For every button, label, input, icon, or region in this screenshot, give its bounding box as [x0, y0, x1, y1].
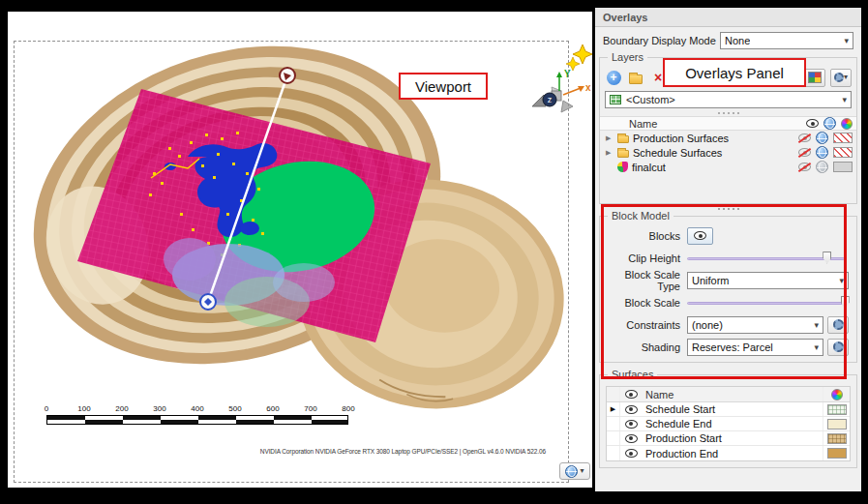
block-scale-type-value: Uniform	[692, 275, 730, 286]
layer-color-swatch[interactable]	[833, 147, 853, 158]
globe-icon	[565, 465, 578, 478]
block-scale-type-label: Block Scale Type	[604, 269, 687, 292]
color-column-icon[interactable]	[831, 389, 843, 400]
layer-options-button[interactable]: ▾	[830, 69, 852, 87]
surfaces-table-header: Name	[607, 387, 850, 402]
clip-height-slider[interactable]	[687, 252, 849, 265]
chevron-down-icon: ▾	[840, 36, 849, 45]
overlays-panel: Overlays Boundary Display Mode None ▾ La…	[595, 8, 861, 491]
constraints-value: (none)	[692, 319, 723, 331]
scale-tick: 600	[266, 404, 279, 413]
folder-icon	[629, 74, 643, 84]
chevron-down-icon: ▾	[810, 320, 819, 330]
surfaces-table: Name ▶ Schedule Start Schedule End	[606, 386, 851, 461]
surface-color-swatch[interactable]	[827, 433, 847, 444]
viewport-globe-button[interactable]: ▾	[559, 462, 590, 480]
block-scale-type-select[interactable]: Uniform ▾	[687, 272, 849, 289]
layer-row-finalcut[interactable]: finalcut	[600, 160, 856, 174]
visibility-off-icon[interactable]	[798, 163, 811, 171]
scale-tick: 0	[45, 404, 48, 413]
add-icon: +	[607, 71, 621, 85]
layer-preset-value: <Custom>	[626, 94, 675, 105]
gear-icon	[833, 341, 844, 352]
surface-name: Production Start	[642, 432, 823, 444]
constraints-select[interactable]: (none) ▾	[687, 316, 823, 334]
web-icon[interactable]	[816, 132, 828, 144]
eye-icon[interactable]	[625, 405, 638, 414]
surface-color-swatch[interactable]	[827, 448, 847, 459]
folder-icon	[617, 135, 629, 143]
web-icon[interactable]	[816, 161, 828, 173]
gear-icon	[833, 319, 844, 330]
layer-color-swatch[interactable]	[833, 133, 853, 143]
surface-row-schedule-start[interactable]: ▶ Schedule Start	[607, 402, 850, 417]
layer-tree-header: Name	[600, 116, 856, 131]
web-icon[interactable]	[816, 146, 828, 159]
shading-settings-button[interactable]	[827, 339, 849, 356]
surface-row-production-start[interactable]: Production Start	[607, 431, 850, 446]
scale-tick: 300	[153, 404, 165, 413]
layer-row-production-surfaces[interactable]: ▶ Production Surfaces	[600, 131, 856, 145]
shading-value: Reserves: Parcel	[692, 341, 773, 353]
surfaces-group: Surfaces Name ▶ Schedule Start	[599, 374, 857, 468]
visibility-column-icon[interactable]	[625, 390, 638, 399]
visibility-column-icon[interactable]	[806, 119, 819, 128]
name-column-header: Name	[606, 118, 657, 130]
table-icon	[610, 95, 621, 104]
chevron-down-icon: ▾	[810, 342, 819, 352]
visibility-off-icon[interactable]	[798, 133, 811, 142]
scale-tick: 400	[191, 404, 203, 413]
block-model-group: Block Model Blocks Clip Height Block Sca…	[599, 216, 857, 363]
layer-label: Production Surfaces	[633, 133, 729, 144]
surface-row-schedule-end[interactable]: Schedule End	[607, 417, 850, 431]
block-scale-slider-thumb[interactable]	[841, 296, 850, 309]
surface-color-swatch[interactable]	[827, 404, 847, 415]
scale-tick: 800	[342, 404, 354, 413]
chevron-down-icon: ▾	[835, 276, 844, 285]
eye-icon[interactable]	[625, 434, 638, 443]
constraints-settings-button[interactable]	[827, 316, 849, 334]
surface-color-swatch[interactable]	[827, 419, 847, 430]
shading-select[interactable]: Reserves: Parcel ▾	[687, 339, 823, 356]
layer-color-swatch[interactable]	[833, 162, 853, 172]
eye-icon[interactable]	[625, 449, 638, 458]
remove-icon: ×	[654, 71, 662, 84]
current-row-marker: ▶	[607, 402, 620, 416]
scale-tick: 500	[228, 404, 241, 413]
block-scale-slider[interactable]	[687, 296, 849, 310]
layer-label: Schedule Surfaces	[633, 147, 722, 159]
constraints-label: Constraints	[604, 319, 687, 331]
blocks-visibility-toggle[interactable]	[687, 227, 713, 245]
boundary-display-mode-label: Boundary Display Mode	[603, 35, 716, 46]
scale-bar	[46, 415, 348, 425]
viewport[interactable]: Y x z 0 100 200 300 400 500 600 700 800 …	[8, 12, 592, 488]
shading-label: Shading	[604, 341, 687, 353]
scale-tick: 100	[77, 404, 90, 413]
color-column-icon[interactable]	[841, 118, 853, 130]
block-scale-label: Block Scale	[604, 297, 687, 309]
layer-preset-select[interactable]: <Custom> ▾	[605, 91, 852, 108]
axis-gizmo[interactable]: Y x z	[532, 69, 591, 112]
boundary-display-mode-select[interactable]: None ▾	[720, 32, 853, 49]
layer-label: finalcut	[632, 162, 666, 173]
expand-arrow-icon[interactable]: ▶	[606, 149, 614, 157]
eye-icon[interactable]	[625, 420, 638, 429]
open-layer-button[interactable]	[627, 69, 644, 86]
surface-row-production-end[interactable]: Production End	[607, 446, 850, 460]
chevron-down-icon: ▾	[580, 467, 584, 475]
scale-tick: 200	[115, 404, 128, 413]
add-layer-button[interactable]: +	[605, 69, 622, 86]
axis-z-label: z	[548, 95, 553, 104]
layers-group-title: Layers	[608, 51, 647, 63]
block-model-group-title: Block Model	[608, 210, 673, 222]
visibility-off-icon[interactable]	[798, 148, 811, 157]
expand-arrow-icon[interactable]: ▶	[606, 134, 614, 142]
layer-colors-button[interactable]	[804, 69, 825, 87]
web-column-icon[interactable]	[823, 117, 836, 130]
surface-name: Production End	[642, 448, 823, 460]
finalcut-layer-icon	[617, 162, 628, 172]
clip-height-label: Clip Height	[604, 252, 687, 264]
layer-row-schedule-surfaces[interactable]: ▶ Schedule Surfaces	[600, 145, 856, 160]
clip-height-slider-thumb[interactable]	[823, 252, 831, 264]
blocks-label: Blocks	[604, 230, 687, 242]
